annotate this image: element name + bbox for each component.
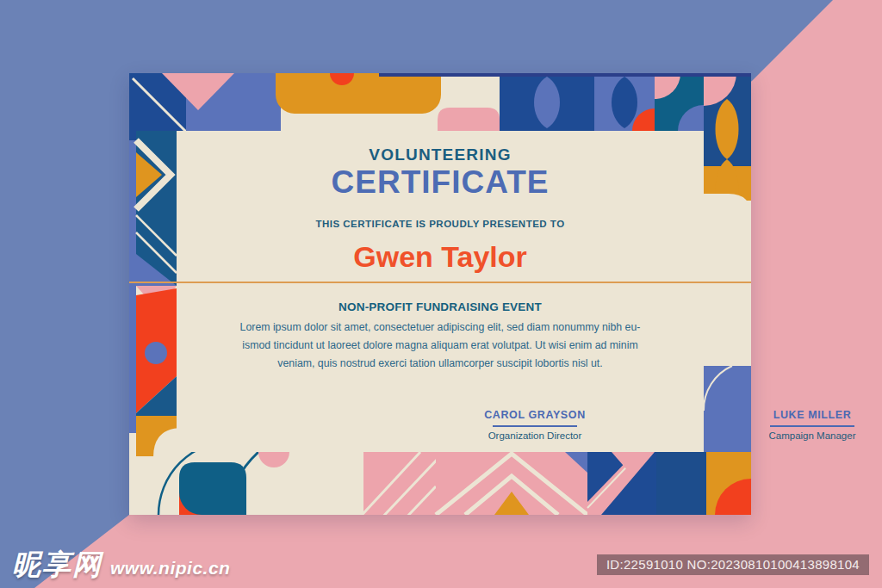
signature-title: Campaign Manager	[501, 430, 882, 441]
watermark-url: www.nipic.cn	[110, 558, 230, 579]
presented-line: THIS CERTIFICATE IS PROUDLY PRESENTED TO	[129, 219, 751, 229]
certificate-title: CERTIFICATE	[129, 164, 751, 201]
certificate: VOLUNTEERING CERTIFICATE THIS CERTIFICAT…	[129, 73, 751, 515]
body-line: ismod tincidunt ut laoreet dolore magna …	[129, 337, 751, 355]
site-watermark: 昵享网 www.nipic.cn	[12, 546, 230, 585]
signature-name: LUKE MILLER	[501, 409, 882, 421]
name-divider	[129, 282, 751, 283]
certificate-eyebrow: VOLUNTEERING	[129, 145, 751, 164]
body-line: veniam, quis nostrud exerci tation ullam…	[129, 355, 751, 373]
event-title: NON-PROFIT FUNDRAISING EVENT	[129, 300, 751, 313]
image-id-badge: ID:22591010 NO:20230810100413898104	[597, 554, 869, 575]
recipient-name: Gwen Taylor	[129, 240, 751, 274]
certificate-content: VOLUNTEERING CERTIFICATE THIS CERTIFICAT…	[129, 73, 751, 515]
body-text: Lorem ipsum dolor sit amet, consectetuer…	[129, 319, 751, 373]
body-line: Lorem ipsum dolor sit amet, consectetuer…	[129, 319, 751, 337]
signature-line	[770, 425, 854, 427]
signature-block-right: LUKE MILLER Campaign Manager	[501, 409, 882, 441]
watermark-logo: 昵享网	[12, 546, 102, 585]
